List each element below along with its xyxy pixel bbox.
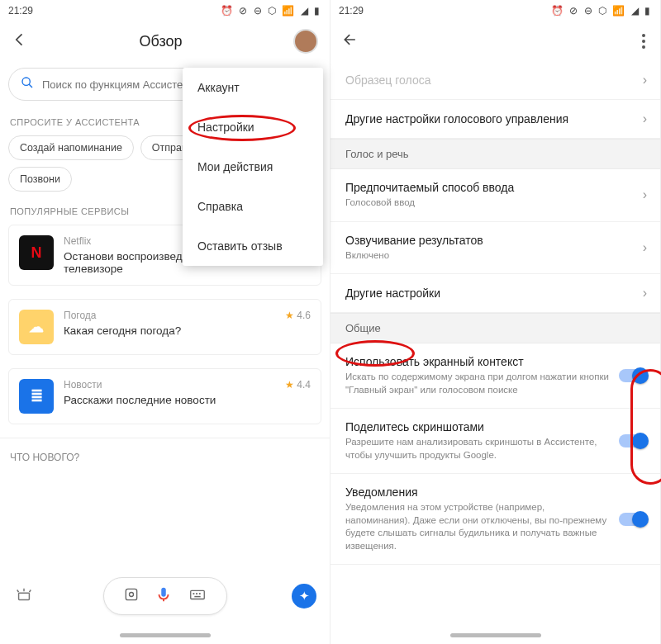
section-header: Общие (330, 313, 660, 343)
svg-rect-6 (196, 593, 197, 594)
chevron-right-icon: › (643, 73, 647, 88)
mic-icon[interactable] (155, 585, 173, 607)
keyboard-icon[interactable] (188, 585, 207, 608)
settings-row[interactable]: Поделитесь скриншотамиРазрешите нам анал… (330, 409, 660, 474)
chip[interactable]: Позвони (8, 167, 72, 192)
toggle-switch[interactable] (619, 513, 647, 526)
row-subtitle: Уведомления на этом устройстве (например… (345, 501, 611, 552)
service-card[interactable]: ☁ Погода ★ 4.6 Какая сегодня погода? (8, 299, 321, 355)
status-bar: 21:29 ⏰ ⊘ ⊖ ⬡ 📶 ◢ ▮ (0, 0, 330, 21)
settings-row[interactable]: Предпочитаемый способ вводаГолосовой вво… (330, 169, 660, 222)
menu-item-settings[interactable]: Настройки (183, 107, 323, 147)
row-subtitle: Искать по содержимому экрана при долгом … (345, 371, 611, 396)
card-name: Погода (64, 310, 97, 321)
card-rating: ★ 4.4 (285, 379, 311, 391)
page-title: Обзор (28, 33, 293, 50)
settings-row[interactable]: Использовать экранный контекстИскать по … (330, 343, 660, 409)
svg-point-3 (129, 592, 133, 596)
news-icon: ≣ (19, 379, 54, 414)
section-header: Голос и речь (330, 139, 660, 169)
row-title: Предпочитаемый способ ввода (345, 181, 635, 194)
nav-pill[interactable] (120, 633, 211, 637)
service-card[interactable]: ≣ Новости ★ 4.4 Расскажи последние новос… (8, 368, 321, 424)
netflix-icon: N (19, 235, 54, 270)
svg-rect-4 (191, 590, 205, 599)
row-subtitle: Голосовой ввод (345, 197, 635, 210)
overflow-icon[interactable] (639, 31, 649, 52)
card-rating: ★ 4.6 (285, 310, 311, 321)
settings-row[interactable]: Другие настройки› (330, 274, 660, 313)
account-menu: Аккаунт Настройки Мои действия Справка О… (183, 68, 323, 266)
status-bar: 21:29 ⏰ ⊘ ⊖ ⬡ 📶 ◢ ▮ (330, 0, 660, 21)
settings-row[interactable]: Озвучивание результатовВключено› (330, 222, 660, 275)
row-title: Поделитесь скриншотами (345, 420, 611, 433)
row-subtitle: Включено (345, 249, 635, 263)
header: Обзор (0, 21, 330, 61)
explore-icon[interactable]: ✦ (292, 584, 316, 608)
chevron-right-icon: › (643, 111, 647, 126)
chip[interactable]: Создай напоминание (8, 135, 134, 160)
chevron-right-icon: › (643, 187, 647, 202)
status-icons: ⏰ ⊘ ⊖ ⬡ 📶 ◢ ▮ (551, 5, 652, 17)
header (330, 21, 660, 61)
menu-item-activity[interactable]: Мои действия (183, 147, 323, 187)
row-title: Озвучивание результатов (345, 234, 635, 247)
tray-icon[interactable] (15, 585, 33, 608)
row-title: Уведомления (345, 485, 611, 499)
nav-pill[interactable] (450, 633, 541, 637)
card-desc: Расскажи последние новости (64, 394, 311, 406)
row-subtitle: Разрешите нам анализировать скриншоты в … (345, 436, 611, 462)
svg-rect-1 (19, 593, 30, 599)
star-icon: ★ (285, 310, 294, 321)
svg-rect-5 (193, 593, 195, 594)
svg-rect-7 (199, 593, 201, 594)
row-title: Использовать экранный контекст (345, 355, 611, 368)
overview-pane: 21:29 ⏰ ⊘ ⊖ ⬡ 📶 ◢ ▮ Обзор СПРОСИТЕ У АСС… (0, 0, 330, 644)
card-name: Новости (64, 379, 102, 391)
svg-point-0 (22, 78, 30, 85)
svg-rect-8 (194, 595, 200, 596)
bottom-bar: ✦ (0, 573, 330, 619)
toggle-switch[interactable] (619, 369, 647, 382)
menu-item-account[interactable]: Аккаунт (183, 68, 323, 107)
chevron-right-icon: › (643, 286, 647, 301)
card-name: Netflix (64, 235, 91, 247)
settings-row[interactable]: УведомленияУведомления на этом устройств… (330, 474, 660, 565)
input-pill (103, 577, 227, 615)
search-icon (21, 76, 34, 92)
row-title: Образец голоса (345, 73, 635, 87)
toggle-switch[interactable] (619, 434, 647, 447)
weather-icon: ☁ (19, 310, 54, 344)
menu-item-feedback[interactable]: Оставить отзыв (183, 226, 323, 266)
settings-row[interactable]: Другие настройки голосового управления› (330, 100, 660, 139)
back-icon[interactable] (12, 31, 28, 51)
status-time: 21:29 (8, 5, 33, 17)
star-icon: ★ (285, 379, 294, 391)
row-title: Другие настройки голосового управления (345, 112, 635, 125)
svg-rect-2 (126, 589, 136, 599)
status-time: 21:29 (339, 5, 364, 17)
settings-row[interactable]: Образец голоса› (330, 61, 660, 100)
chevron-right-icon: › (643, 240, 647, 255)
lens-icon[interactable] (123, 586, 140, 607)
menu-item-help[interactable]: Справка (183, 187, 323, 226)
card-desc: Какая сегодня погода? (64, 324, 311, 337)
row-title: Другие настройки (345, 286, 635, 300)
status-icons: ⏰ ⊘ ⊖ ⬡ 📶 ◢ ▮ (221, 5, 321, 17)
settings-pane: 21:29 ⏰ ⊘ ⊖ ⬡ 📶 ◢ ▮ Образец голоса›Други… (330, 0, 661, 644)
back-icon[interactable] (342, 31, 359, 51)
whats-new-label[interactable]: ЧТО НОВОГО? (0, 438, 330, 476)
avatar[interactable] (293, 29, 318, 54)
